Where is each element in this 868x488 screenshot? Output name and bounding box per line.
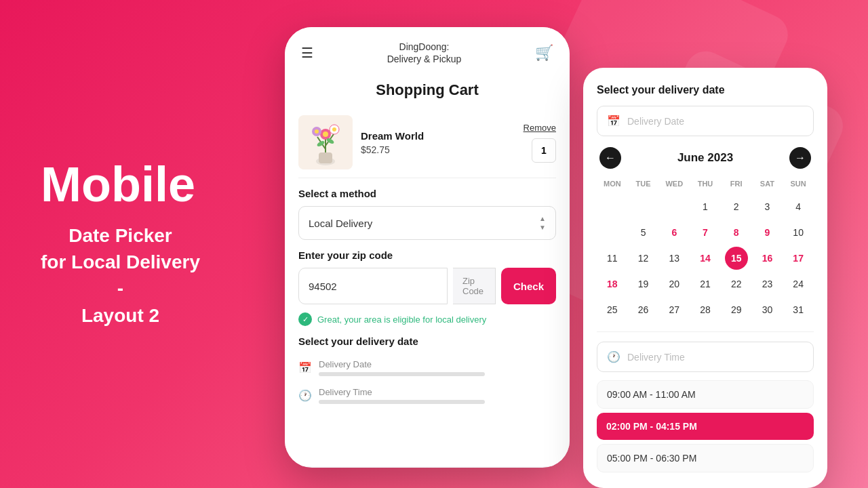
time-input-placeholder: Delivery Time bbox=[627, 352, 685, 363]
cal-day-22[interactable]: 22 bbox=[725, 272, 748, 296]
zip-label: Zip Code bbox=[453, 268, 496, 304]
phone-content: Shopping Cart bbox=[285, 73, 570, 466]
cal-day-21[interactable]: 21 bbox=[694, 272, 717, 296]
time-field-label: Delivery Time bbox=[319, 387, 556, 397]
time-input-field[interactable]: 🕐 Delivery Time bbox=[597, 342, 814, 372]
time-slot-1[interactable]: 09:00 AM - 11:00 AM bbox=[597, 380, 814, 409]
cal-day-26[interactable]: 26 bbox=[632, 298, 655, 321]
eligibility-message: ✓ Great, your area is eligible for local… bbox=[298, 312, 556, 326]
svg-point-9 bbox=[315, 129, 319, 134]
cal-week-3: 11 12 13 14 15 16 17 bbox=[597, 246, 814, 270]
quantity-box: 1 bbox=[532, 138, 556, 163]
cart-icon[interactable]: 🛒 bbox=[535, 44, 553, 62]
zip-input[interactable] bbox=[298, 268, 448, 304]
cal-day-7[interactable]: 7 bbox=[694, 221, 717, 244]
date-input-placeholder: Delivery Date bbox=[627, 116, 684, 127]
date-input-field[interactable]: 📅 Delivery Date bbox=[597, 106, 814, 136]
method-select-dropdown[interactable]: Local Delivery ▲ ▼ bbox=[298, 206, 556, 240]
hero-title: Mobile bbox=[41, 160, 200, 209]
cal-day-29[interactable]: 29 bbox=[725, 298, 748, 321]
cal-day-9[interactable]: 9 bbox=[755, 221, 778, 244]
delivery-section-label: Select your delivery date bbox=[298, 336, 556, 347]
divider bbox=[597, 331, 814, 332]
cal-header-sat: SAT bbox=[752, 177, 783, 190]
clock-icon: 🕐 bbox=[607, 350, 620, 363]
cal-day-28[interactable]: 28 bbox=[694, 298, 717, 321]
item-name: Dream World bbox=[361, 130, 515, 142]
item-details: Dream World $52.75 bbox=[361, 130, 515, 155]
cal-header-tue: TUE bbox=[628, 177, 659, 190]
prev-month-button[interactable]: ← bbox=[599, 147, 621, 169]
remove-button[interactable]: Remove bbox=[524, 123, 556, 133]
method-select-value: Local Delivery bbox=[309, 218, 372, 229]
cal-header-mon: MON bbox=[597, 177, 628, 190]
item-price: $52.75 bbox=[361, 144, 515, 155]
cal-week-5: 25 26 27 28 29 30 31 bbox=[597, 298, 814, 322]
cal-header-sun: SUN bbox=[783, 177, 814, 190]
cal-day-14[interactable]: 14 bbox=[694, 247, 717, 270]
cal-empty bbox=[601, 221, 624, 244]
time-slot-3[interactable]: 05:00 PM - 06:30 PM bbox=[597, 444, 814, 472]
phone-left-mockup: ☰ DingDoong: Delivery & Pickup 🛒 Shoppin… bbox=[285, 27, 570, 468]
cal-header-thu: THU bbox=[690, 177, 721, 190]
menu-icon[interactable]: ☰ bbox=[301, 45, 313, 61]
cal-day-11[interactable]: 11 bbox=[601, 247, 624, 270]
calendar-section-title: Select your delivery date bbox=[597, 84, 814, 96]
date-field-bar bbox=[319, 372, 485, 376]
calendar-icon: 📅 bbox=[607, 115, 620, 127]
cal-week-1: 1 2 3 4 bbox=[597, 195, 814, 219]
method-section-label: Select a method bbox=[298, 188, 556, 199]
cal-day-1[interactable]: 1 bbox=[694, 195, 717, 218]
phone-header: ☰ DingDoong: Delivery & Pickup 🛒 bbox=[285, 27, 570, 73]
cal-day-2[interactable]: 2 bbox=[725, 195, 748, 218]
cal-day-31[interactable]: 31 bbox=[787, 298, 810, 321]
shopping-cart-title: Shopping Cart bbox=[298, 73, 556, 110]
time-slot-2[interactable]: 02:00 PM - 04:15 PM bbox=[597, 413, 814, 440]
cal-empty bbox=[632, 195, 655, 218]
cal-day-12[interactable]: 12 bbox=[632, 247, 655, 270]
cal-day-16[interactable]: 16 bbox=[755, 247, 778, 270]
svg-rect-2 bbox=[319, 152, 332, 163]
cal-day-8[interactable]: 8 bbox=[725, 221, 748, 244]
cal-day-3[interactable]: 3 bbox=[755, 195, 778, 218]
app-title: DingDoong: Delivery & Pickup bbox=[387, 41, 462, 65]
time-field-bar bbox=[319, 400, 485, 404]
cal-day-4[interactable]: 4 bbox=[787, 195, 810, 218]
cal-header-wed: WED bbox=[658, 177, 690, 190]
cal-day-18[interactable]: 18 bbox=[601, 272, 624, 296]
month-year-label: June 2023 bbox=[677, 151, 733, 165]
cal-day-24[interactable]: 24 bbox=[787, 272, 810, 296]
date-icon: 📅 bbox=[298, 361, 312, 374]
time-row: 🕐 Delivery Time bbox=[298, 382, 556, 409]
time-info: Delivery Time bbox=[319, 387, 556, 404]
calendar-nav: ← June 2023 → bbox=[597, 147, 814, 169]
zip-row: Zip Code Check bbox=[298, 268, 556, 304]
cal-day-30[interactable]: 30 bbox=[755, 298, 778, 321]
cal-day-10[interactable]: 10 bbox=[787, 221, 810, 244]
hero-subtitle: Date Picker for Local Delivery - Layout … bbox=[41, 222, 200, 329]
cal-day-5[interactable]: 5 bbox=[632, 221, 655, 244]
cal-day-25[interactable]: 25 bbox=[601, 298, 624, 321]
cal-day-19[interactable]: 19 bbox=[632, 272, 655, 296]
date-field-label: Delivery Date bbox=[319, 359, 556, 369]
cal-day-17[interactable]: 17 bbox=[787, 247, 810, 270]
cal-day-13[interactable]: 13 bbox=[663, 247, 686, 270]
cal-week-4: 18 19 20 21 22 23 24 bbox=[597, 272, 814, 296]
next-month-button[interactable]: → bbox=[789, 147, 811, 169]
time-icon: 🕐 bbox=[298, 389, 312, 402]
cal-day-27[interactable]: 27 bbox=[663, 298, 686, 321]
check-button[interactable]: Check bbox=[501, 268, 556, 304]
item-image bbox=[298, 115, 353, 169]
select-arrows-icon: ▲ ▼ bbox=[539, 215, 546, 231]
cal-day-15[interactable]: 15 bbox=[725, 247, 748, 270]
date-info: Delivery Date bbox=[319, 359, 556, 376]
phone-right-mockup: Select your delivery date 📅 Delivery Dat… bbox=[583, 68, 827, 488]
svg-point-7 bbox=[323, 131, 328, 137]
cal-day-6[interactable]: 6 bbox=[663, 221, 686, 244]
calendar-grid: MON TUE WED THU FRI SAT SUN 1 2 3 4 5 6 … bbox=[597, 177, 814, 322]
left-panel: Mobile Date Picker for Local Delivery - … bbox=[41, 160, 200, 329]
cal-day-23[interactable]: 23 bbox=[755, 272, 778, 296]
delivery-date-section: 📅 Delivery Date 🕐 Delivery Time bbox=[298, 354, 556, 409]
cal-day-20[interactable]: 20 bbox=[663, 272, 686, 296]
calendar-header-row: MON TUE WED THU FRI SAT SUN bbox=[597, 177, 814, 190]
